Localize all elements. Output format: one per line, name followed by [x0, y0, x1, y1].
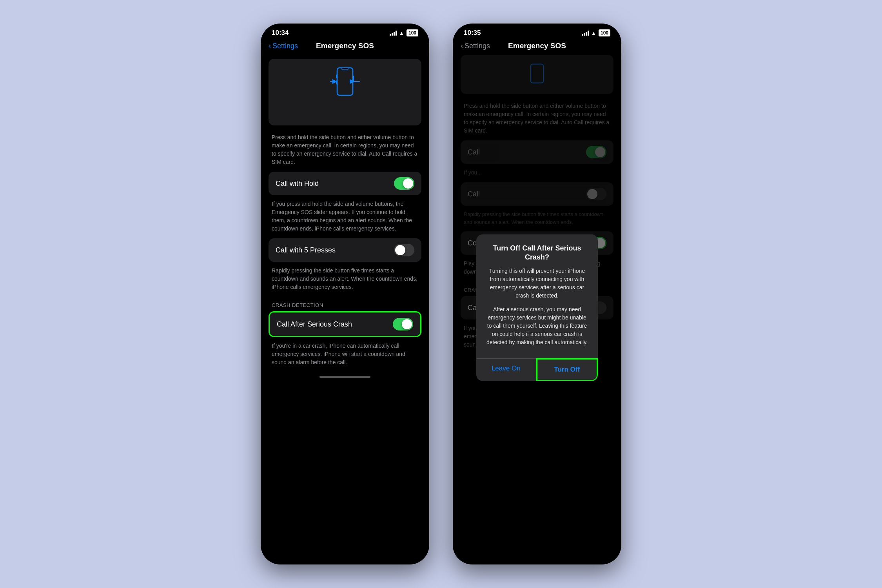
- modal-content: Turn Off Call After Serious Crash? Turni…: [476, 234, 598, 358]
- call-after-crash-toggle[interactable]: [393, 318, 413, 330]
- crash-highlight-box: Call After Serious Crash: [269, 311, 421, 337]
- back-label-2[interactable]: Settings: [465, 42, 490, 50]
- main-desc-1: Press and hold the side button and eithe…: [261, 129, 429, 172]
- signal-bar-8: [588, 31, 589, 36]
- page-title-2: Emergency SOS: [508, 42, 566, 50]
- phone2: 10:35 ▲ 100 ‹ Settings Emergency SOS: [453, 24, 621, 564]
- toggle-knob-2: [395, 245, 405, 255]
- phone-illustration-1: [269, 59, 421, 125]
- signal-bar-7: [586, 32, 587, 36]
- call-with-5-group: Call with 5 Presses: [269, 238, 421, 262]
- back-label-1[interactable]: Settings: [272, 42, 298, 50]
- modal-overlay: Turn Off Call After Serious Crash? Turni…: [453, 55, 621, 561]
- svg-rect-2: [353, 76, 354, 81]
- time-2: 10:35: [464, 29, 481, 37]
- content-2: Press and hold the side button and eithe…: [453, 55, 621, 561]
- back-button-1[interactable]: ‹ Settings: [269, 42, 298, 50]
- call-after-crash-row: Call After Serious Crash: [270, 312, 420, 336]
- wifi-icon-1: ▲: [399, 30, 404, 36]
- modal-buttons: Leave On Turn Off: [476, 358, 598, 381]
- call-after-crash-desc: If you're in a car crash, iPhone can aut…: [261, 340, 429, 372]
- status-bar-2: 10:35 ▲ 100: [453, 24, 621, 40]
- call-with-5-label: Call with 5 Presses: [276, 246, 336, 254]
- wifi-icon-2: ▲: [591, 30, 596, 36]
- modal-title: Turn Off Call After Serious Crash?: [485, 244, 589, 262]
- call-with-hold-row: Call with Hold: [269, 172, 421, 195]
- call-with-hold-desc: If you press and hold the side and volum…: [261, 198, 429, 238]
- chevron-left-icon-1: ‹: [269, 42, 271, 50]
- signal-bar-6: [584, 33, 585, 36]
- crash-settings-group: Call After Serious Crash: [270, 312, 420, 336]
- call-after-crash-label: Call After Serious Crash: [277, 320, 352, 328]
- leave-on-button[interactable]: Leave On: [476, 358, 536, 381]
- back-button-2[interactable]: ‹ Settings: [461, 42, 490, 50]
- call-with-5-row: Call with 5 Presses: [269, 238, 421, 262]
- time-1: 10:34: [272, 29, 289, 37]
- toggle-knob-1: [403, 178, 413, 189]
- status-icons-2: ▲ 100: [582, 29, 610, 36]
- signal-bar-5: [582, 34, 583, 36]
- call-with-5-toggle[interactable]: [394, 244, 414, 256]
- phone-svg-1: [325, 65, 365, 120]
- page-title-1: Emergency SOS: [316, 42, 374, 50]
- battery-1: 100: [407, 29, 418, 36]
- status-icons-1: ▲ 100: [390, 29, 418, 36]
- chevron-left-icon-2: ‹: [461, 42, 463, 50]
- call-with-hold-toggle[interactable]: [394, 177, 414, 190]
- svg-rect-4: [336, 80, 337, 84]
- status-bar-1: 10:34 ▲ 100: [261, 24, 429, 40]
- signal-bar-3: [394, 32, 395, 36]
- nav-bar-2: ‹ Settings Emergency SOS: [453, 40, 621, 55]
- content-1: Press and hold the side button and eithe…: [261, 55, 429, 561]
- signal-2: [582, 30, 589, 36]
- call-with-hold-label: Call with Hold: [276, 180, 319, 188]
- svg-rect-1: [342, 68, 348, 70]
- home-indicator-1: [261, 376, 429, 378]
- call-with-hold-group: Call with Hold: [269, 172, 421, 195]
- modal-body2: After a serious crash, you may need emer…: [485, 305, 589, 347]
- modal-box: Turn Off Call After Serious Crash? Turni…: [476, 234, 598, 381]
- battery-2: 100: [599, 29, 610, 36]
- toggle-knob-3: [402, 319, 412, 329]
- signal-bar-2: [392, 33, 393, 36]
- crash-detection-label-1: CRASH DETECTION: [261, 297, 429, 311]
- nav-bar-1: ‹ Settings Emergency SOS: [261, 40, 429, 55]
- signal-bar-1: [390, 34, 391, 36]
- svg-rect-0: [337, 68, 353, 95]
- turn-off-button[interactable]: Turn Off: [536, 358, 598, 381]
- signal-bar-4: [396, 31, 397, 36]
- signal-1: [390, 30, 397, 36]
- phone1: 10:34 ▲ 100 ‹ Settings Emergency SOS: [261, 24, 429, 564]
- svg-rect-3: [336, 74, 337, 78]
- call-with-5-desc: Rapidly pressing the side button five ti…: [261, 265, 429, 297]
- modal-body1: Turning this off will prevent your iPhon…: [485, 267, 589, 300]
